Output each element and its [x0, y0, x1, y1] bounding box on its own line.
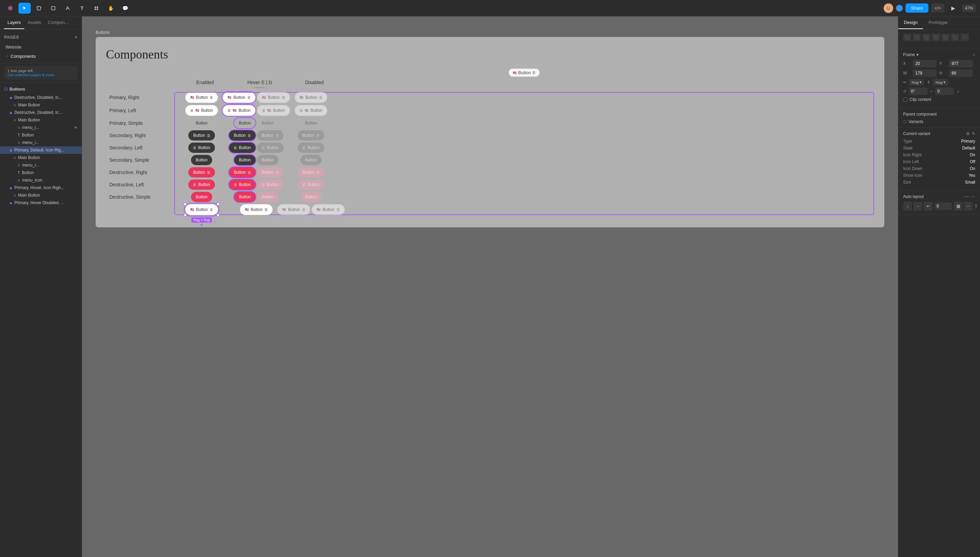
resize-handle-br[interactable]	[217, 214, 219, 217]
align-center-h[interactable]: ⬛	[913, 34, 921, 41]
variant-edit-icon[interactable]: ✎	[972, 131, 975, 136]
layer-menu-icon[interactable]: ◇ menu_icon	[0, 176, 82, 184]
layer-main-button-4[interactable]: ◇ Main Button	[0, 192, 82, 199]
btn-primary-right-enabled[interactable]: 🇺🇸Button☰	[185, 92, 218, 103]
add-page-button[interactable]: +	[75, 34, 78, 40]
btn-destructive-right-enabled[interactable]: Button☰	[188, 167, 215, 178]
btn-secondary-right-hover-disabled[interactable]: Button☰	[257, 130, 284, 140]
btn-primary-left-disabled[interactable]: ☰🇺🇸Button	[295, 105, 328, 116]
layer-menu-i-1[interactable]: ◇ menu_i... 👁	[0, 124, 82, 131]
btn-primary-simple-disabled[interactable]: Button	[300, 118, 322, 128]
btn-secondary-left-hover-disabled[interactable]: ☰Button	[257, 143, 284, 153]
layer-primary-hover[interactable]: ◆ Primary, Hover, Icon Righ...	[0, 184, 82, 192]
btn-primary-right-selected[interactable]: 🇺🇸Button☰	[185, 204, 218, 215]
align-bottom[interactable]: ⬛	[951, 34, 959, 41]
tab-components[interactable]: Compon...	[44, 16, 72, 29]
variant-settings-icon[interactable]: ⚙	[966, 131, 970, 136]
btn-secondary-right-enabled[interactable]: Button☰	[188, 130, 215, 140]
layer-destructive-disabled-2[interactable]: ◆ Destructive, Disabled, Ic...	[0, 109, 82, 116]
add-handle[interactable]: +	[200, 222, 203, 228]
resize-handle-tr[interactable]	[217, 203, 219, 205]
al-distribute-icon[interactable]: ⋯	[964, 202, 973, 211]
tab-prototype[interactable]: Prototype	[923, 16, 953, 29]
btn-secondary-left-disabled[interactable]: ☰Button	[298, 143, 324, 153]
btn-secondary-simple-disabled[interactable]: Button	[300, 155, 322, 165]
btn-primary-simple-enabled[interactable]: Button	[191, 118, 213, 128]
btn-primary-right-hover[interactable]: 🇺🇸Button☰	[222, 92, 256, 103]
select-tool[interactable]	[18, 3, 31, 14]
layer-button-text[interactable]: T Button	[0, 131, 82, 139]
btn-primary-simple-hover-disabled[interactable]: Button	[257, 118, 279, 128]
hug-y-control[interactable]: Hug▾	[933, 79, 948, 85]
layer-main-button-2[interactable]: ◇ Main Button	[0, 116, 82, 124]
play-button[interactable]: ▶	[947, 3, 959, 14]
btn-primary-simple-hover[interactable]: Button	[234, 118, 256, 128]
expand2-icon[interactable]: ⤢	[957, 90, 959, 93]
resize-handle-bl[interactable]	[184, 214, 187, 217]
resize-handle-tl[interactable]	[184, 203, 187, 205]
btn-primary-left-hover-disabled[interactable]: ☰🇺🇸Button	[257, 105, 290, 116]
al-down-icon[interactable]: ↓	[903, 202, 912, 211]
btn-primary-left-enabled[interactable]: ☰🇺🇸Button	[185, 105, 218, 116]
layer-destructive-disabled-1[interactable]: ◆ Destructive, Disabled, Ic...	[0, 94, 82, 101]
btn-secondary-left-hover[interactable]: ☰Button	[229, 143, 256, 153]
btn-destructive-right-disabled[interactable]: Button☰	[298, 167, 324, 178]
btn-destructive-right-hover-disabled[interactable]: Button☰	[257, 167, 284, 178]
btn-secondary-right-disabled[interactable]: Button☰	[298, 130, 324, 140]
clip-content-checkbox[interactable]	[903, 98, 907, 102]
notice-link[interactable]: Get unlimited pages & more	[8, 73, 54, 77]
frame-toggle[interactable]: Frame ▾	[903, 52, 918, 57]
text-tool[interactable]: T	[76, 3, 88, 14]
align-center-v[interactable]: ⬛	[941, 34, 949, 41]
corner-input[interactable]	[935, 88, 954, 95]
y-input[interactable]	[949, 60, 973, 67]
page-website[interactable]: Website	[0, 42, 82, 52]
shape-tool[interactable]	[47, 3, 60, 14]
btn-primary-right-4[interactable]: 🇺🇸Button☰	[312, 204, 345, 215]
layer-menu-i-3[interactable]: ◇ menu_i...	[0, 161, 82, 169]
btn-destructive-left-enabled[interactable]: ☰Button	[188, 179, 215, 190]
help-button[interactable]: ?	[975, 203, 977, 209]
h-input[interactable]	[949, 69, 973, 77]
page-components[interactable]: ✓ Components	[0, 52, 82, 61]
align-top[interactable]: ⬛	[932, 34, 940, 41]
al-right-icon[interactable]: →	[913, 202, 922, 211]
al-more-button[interactable]: ⋯	[971, 194, 975, 199]
btn-primary-right-disabled[interactable]: 🇺🇸Button☰	[295, 92, 328, 103]
tab-assets[interactable]: Assets	[24, 16, 44, 29]
code-button[interactable]: </>	[931, 3, 944, 13]
btn-destructive-simple-disabled[interactable]: Button	[300, 192, 322, 202]
btn-destructive-simple-hover[interactable]: Button	[234, 192, 256, 202]
pen-tool[interactable]	[62, 3, 74, 14]
layer-primary-hover-disabled[interactable]: ◆ Primary, Hover Disabled, ...	[0, 199, 82, 207]
tab-layers[interactable]: Layers	[4, 16, 24, 29]
expand-icon[interactable]: ⤢	[972, 53, 975, 57]
al-spacing-input[interactable]	[935, 202, 952, 210]
btn-destructive-simple-hover-disabled[interactable]: Button	[257, 192, 279, 202]
component-tool[interactable]	[90, 3, 102, 14]
btn-primary-right-2[interactable]: 🇺🇸Button☰	[240, 204, 273, 215]
align-right[interactable]: ⬛	[922, 34, 930, 41]
btn-secondary-simple-hover[interactable]: Button	[234, 155, 256, 165]
layer-menu-i-2[interactable]: ◇ menu_i...	[0, 139, 82, 147]
comment-tool[interactable]: 💬	[119, 3, 131, 14]
btn-primary-right-hover-disabled[interactable]: 🇺🇸Button☰	[257, 92, 290, 103]
al-padding-icon[interactable]: ▦	[954, 202, 962, 211]
al-wrap-icon[interactable]: ↩	[923, 202, 933, 211]
share-button[interactable]: Share	[905, 3, 928, 13]
zoom-level[interactable]: 47%	[962, 5, 976, 12]
btn-destructive-left-hover-disabled[interactable]: ☰Button	[257, 179, 284, 190]
hand-tool[interactable]: ✋	[105, 3, 117, 14]
al-remove-button[interactable]: —	[964, 194, 969, 199]
tab-design[interactable]: Design	[898, 16, 923, 29]
align-left[interactable]: ⬛	[903, 34, 911, 41]
btn-secondary-simple-hover-disabled[interactable]: Button	[257, 155, 279, 165]
btn-primary-right-3[interactable]: 🇺🇸Button☰	[277, 204, 310, 215]
btn-secondary-left-enabled[interactable]: ☰Button	[188, 143, 215, 153]
w-input[interactable]	[913, 69, 936, 77]
layer-button-text-2[interactable]: T Button	[0, 169, 82, 176]
layer-main-button-3[interactable]: ◇ Main Button	[0, 154, 82, 161]
btn-destructive-left-disabled[interactable]: ☰Button	[298, 179, 324, 190]
distribute[interactable]: ⋯	[961, 34, 969, 41]
btn-secondary-simple-enabled[interactable]: Button	[191, 155, 213, 165]
